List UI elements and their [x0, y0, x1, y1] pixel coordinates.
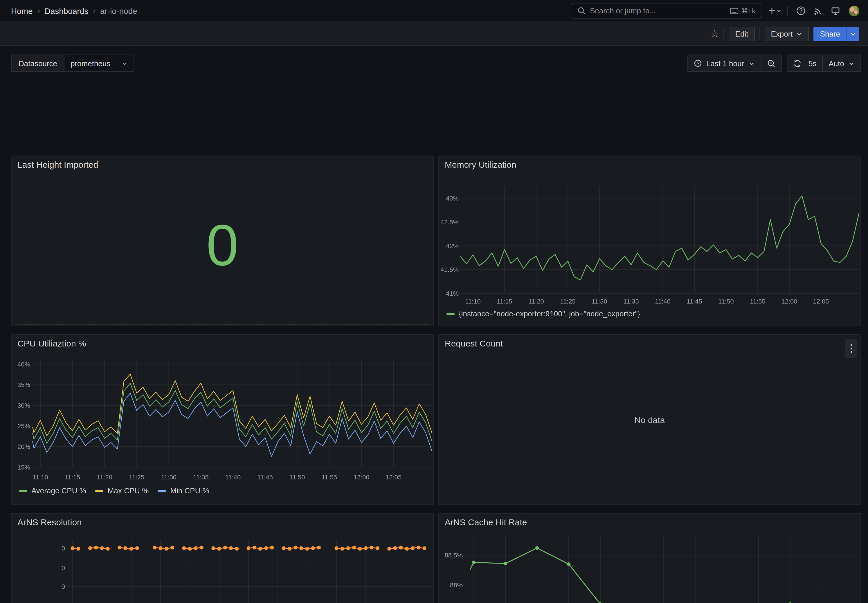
legend-item[interactable]: Average CPU % — [19, 486, 86, 495]
time-picker-group: Last 1 hour — [688, 54, 782, 72]
grafana-dashboard: Home›Dashboards›ar-io-node Search or jum… — [0, 0, 868, 603]
svg-text:41%: 41% — [446, 290, 459, 297]
time-range-button[interactable]: Last 1 hour — [688, 55, 760, 71]
memory-legend: {instance="node-exporter:9100", job="nod… — [447, 309, 640, 318]
arns-resolution-chart[interactable]: 11:1011:1511:2011:2511:3011:3511:4011:45… — [12, 513, 434, 603]
panel-title[interactable]: Last Height Imported — [17, 159, 98, 170]
svg-text:12:05: 12:05 — [385, 473, 401, 481]
svg-text:11:35: 11:35 — [623, 298, 639, 305]
chevron-down-icon — [748, 60, 755, 66]
panel-last-height-imported: Last Height Imported 0 — [11, 156, 434, 326]
search-shortcut: ⌘+k — [730, 7, 755, 15]
chevron-down-icon — [848, 60, 855, 66]
legend-item[interactable]: Min CPU % — [158, 486, 209, 495]
keyboard-icon — [730, 7, 738, 14]
help-icon[interactable] — [793, 3, 808, 18]
cpu-chart[interactable]: 11:1011:1511:2011:2511:3011:3511:4011:45… — [12, 335, 434, 506]
svg-text:43%: 43% — [446, 195, 459, 202]
svg-text:15%: 15% — [17, 464, 30, 471]
legend-label: Average CPU % — [31, 486, 86, 495]
legend-item[interactable]: {instance="node-exporter:9100", job="nod… — [447, 309, 640, 318]
breadcrumb-separator: › — [93, 6, 96, 15]
refresh-interval-label: 5s — [807, 55, 822, 71]
chevron-down-icon — [122, 60, 128, 66]
no-data-message: No data — [439, 335, 860, 504]
legend-swatch — [19, 490, 27, 492]
refresh-group: 5s Auto — [786, 54, 861, 72]
refresh-button[interactable] — [787, 55, 807, 71]
legend-label: Max CPU % — [108, 486, 149, 495]
svg-text:0: 0 — [62, 545, 65, 552]
divider — [724, 27, 724, 40]
svg-text:11:30: 11:30 — [161, 473, 176, 481]
panel-title[interactable]: Request Count — [445, 339, 503, 348]
datasource-select[interactable]: prometheus — [65, 54, 135, 72]
svg-text:12:05: 12:05 — [813, 298, 829, 305]
svg-text:25%: 25% — [17, 422, 30, 430]
svg-text:11:15: 11:15 — [497, 298, 512, 305]
star-favorite-button[interactable]: ☆ — [710, 29, 719, 39]
svg-text:30%: 30% — [17, 402, 30, 409]
zoom-out-icon — [767, 59, 775, 68]
svg-text:11:40: 11:40 — [225, 473, 241, 481]
panel-title[interactable]: ArNS Cache Hit Rate — [445, 517, 527, 527]
search-input[interactable]: Search or jump to... ⌘+k — [571, 3, 761, 19]
svg-text:12:00: 12:00 — [353, 473, 369, 481]
zoom-out-button[interactable] — [761, 55, 781, 71]
news-rss-icon[interactable] — [811, 3, 826, 18]
svg-text:11:20: 11:20 — [528, 298, 544, 305]
export-button[interactable]: Export — [764, 26, 809, 41]
svg-text:11:10: 11:10 — [465, 298, 480, 305]
datasource-label: Datasource — [11, 54, 65, 72]
stat-dashed-line — [15, 324, 429, 325]
user-avatar[interactable] — [849, 6, 859, 16]
share-button[interactable]: Share — [814, 26, 846, 41]
breadcrumb-separator: › — [37, 6, 40, 15]
refresh-icon — [793, 59, 801, 68]
svg-text:40%: 40% — [17, 361, 30, 368]
legend-swatch — [158, 490, 166, 492]
share-menu-button[interactable] — [846, 26, 859, 41]
divider — [759, 27, 760, 40]
share-split-button: Share — [814, 26, 859, 41]
svg-text:41.5%: 41.5% — [441, 266, 459, 273]
panel-title[interactable]: Memory Utilization — [445, 159, 517, 170]
svg-text:88.5%: 88.5% — [445, 552, 463, 559]
dashboard-controls: Datasource prometheus Last 1 hour — [11, 54, 861, 72]
search-placeholder: Search or jump to... — [590, 6, 726, 15]
panel-title[interactable]: CPU Utiliaztion % — [17, 339, 86, 348]
svg-text:42.5%: 42.5% — [441, 218, 459, 226]
refresh-mode-select[interactable]: Auto — [823, 55, 861, 71]
breadcrumb-item-dashboards[interactable]: Dashboards — [45, 6, 88, 15]
breadcrumb: Home›Dashboards›ar-io-node — [11, 6, 137, 15]
svg-text:88%: 88% — [450, 581, 463, 589]
svg-text:11:40: 11:40 — [655, 298, 670, 305]
panel-request-count: Request Count No data — [438, 334, 861, 505]
svg-text:11:55: 11:55 — [322, 473, 337, 481]
panel-title[interactable]: ArNS Resolution — [17, 517, 82, 527]
legend-item[interactable]: Max CPU % — [96, 486, 149, 495]
panel-arns-cache-hit-rate: ArNS Cache Hit Rate 11:1011:1511:2011:25… — [438, 513, 861, 603]
arns-cache-chart[interactable]: 11:1011:1511:2011:2511:3011:3511:4011:45… — [439, 513, 862, 603]
panel-memory-utilization: Memory Utilization 11:1011:1511:2011:251… — [438, 156, 861, 326]
edit-button[interactable]: Edit — [729, 26, 755, 41]
chevron-down-icon — [796, 31, 803, 37]
monitor-icon[interactable] — [828, 3, 843, 18]
panel-menu-kebab-icon[interactable] — [845, 339, 857, 358]
svg-text:11:55: 11:55 — [750, 298, 765, 305]
breadcrumb-item-home[interactable]: Home — [11, 6, 33, 15]
add-button[interactable] — [767, 3, 782, 18]
stat-value: 0 — [12, 170, 433, 320]
legend-swatch — [96, 490, 104, 492]
svg-text:11:20: 11:20 — [97, 473, 112, 481]
svg-text:11:45: 11:45 — [257, 473, 272, 481]
svg-text:11:35: 11:35 — [193, 473, 209, 481]
svg-text:11:15: 11:15 — [65, 473, 80, 481]
cpu-legend: Average CPU %Max CPU %Min CPU % — [19, 486, 209, 495]
svg-text:11:25: 11:25 — [560, 298, 576, 305]
svg-text:0: 0 — [62, 583, 65, 590]
svg-text:11:50: 11:50 — [289, 473, 305, 481]
svg-text:11:10: 11:10 — [32, 473, 48, 481]
memory-chart[interactable]: 11:1011:1511:2011:2511:3011:3511:4011:45… — [439, 156, 862, 327]
dashboard-toolbar: ☆ Edit Export Share — [0, 22, 868, 46]
